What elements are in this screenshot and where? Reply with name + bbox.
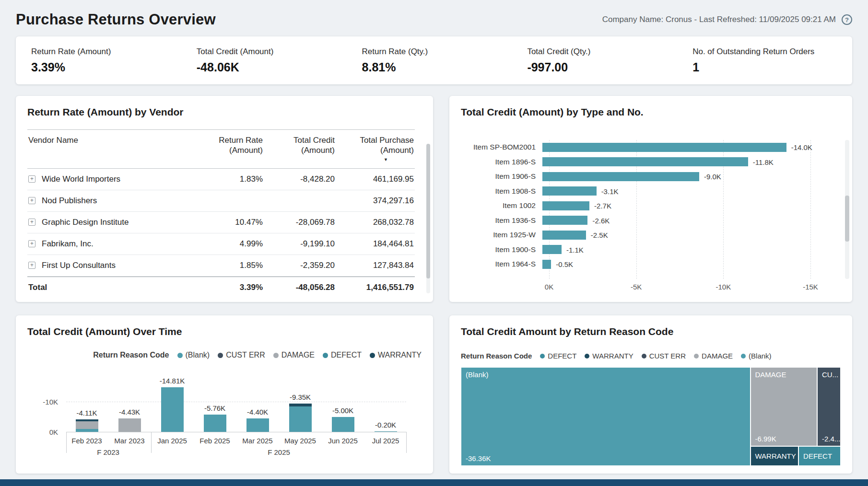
total-label: Total bbox=[28, 283, 47, 292]
table-row-first-up-consultants[interactable]: +First Up Consultants1.85%-2,359.20127,8… bbox=[27, 255, 415, 277]
column-segment-feb-2023-blank[interactable] bbox=[76, 429, 98, 432]
category-label: Item 1002 bbox=[461, 201, 542, 210]
treemap-node-warranty[interactable]: WARRANTY bbox=[751, 447, 798, 465]
column-segment-jul-2025-blank[interactable] bbox=[375, 431, 397, 432]
header-right: Company Name: Cronus - Last Refreshed: 1… bbox=[602, 14, 852, 25]
value-cell: 374,297.16 bbox=[336, 190, 415, 212]
credit-by-item-scrollbar[interactable] bbox=[845, 140, 849, 279]
kpi-tile-return-rate-amount[interactable]: Return Rate (Amount)3.39% bbox=[21, 47, 186, 74]
vendor-table-scrollbar[interactable] bbox=[426, 144, 430, 293]
kpi-tile-total-credit-qty[interactable]: Total Credit (Qty.)-997.00 bbox=[516, 47, 682, 74]
kpi-tile-no-of-outstanding-return-orders[interactable]: No. of Outstanding Return Orders1 bbox=[682, 47, 847, 74]
column-header-return-rate[interactable]: Return Rate(Amount) bbox=[199, 130, 264, 168]
kpi-tile-total-credit-amount[interactable]: Total Credit (Amount)-48.06K bbox=[186, 47, 352, 74]
bar-zone: -3.1K bbox=[542, 186, 838, 196]
column-segment-feb-2023-warranty[interactable] bbox=[76, 419, 98, 421]
x-axis-category-label: Feb 2023 bbox=[65, 437, 109, 445]
bar-zone: -11.8K bbox=[542, 157, 838, 166]
table-row-graphic-design-institute[interactable]: +Graphic Design Institute10.47%-28,069.7… bbox=[27, 212, 415, 233]
value-cell bbox=[199, 190, 264, 212]
value-cell: 10.47% bbox=[199, 212, 264, 233]
column-segment-jun-2025-blank[interactable] bbox=[332, 417, 354, 432]
table-header-row: Vendor NameReturn Rate(Amount)Total Cred… bbox=[27, 129, 415, 169]
expand-icon[interactable]: + bbox=[28, 197, 35, 204]
treemap-node-value: -2.4... bbox=[822, 435, 840, 443]
legend-item-warranty[interactable]: WARRANTY bbox=[585, 352, 633, 360]
expand-icon[interactable]: + bbox=[28, 262, 35, 269]
total-value-cell: 3.39% bbox=[199, 277, 264, 298]
bar-row-item-1936-s: Item 1936-S-2.6K bbox=[461, 213, 838, 228]
treemap-node-defect[interactable]: DEFECT bbox=[799, 447, 840, 465]
bar-item-1936-s[interactable] bbox=[542, 216, 587, 225]
bar-item-1964-s[interactable] bbox=[542, 260, 551, 269]
legend-item-defect[interactable]: DEFECT bbox=[540, 352, 576, 360]
credit-by-reason-treemap: (Blank)-36.36KDAMAGE-6.99KCU...-2.4...WA… bbox=[461, 367, 841, 466]
table-row-nod-publishers[interactable]: +Nod Publishers374,297.16 bbox=[27, 190, 415, 212]
column-total-label: -5.76K bbox=[193, 404, 236, 412]
expand-icon[interactable]: + bbox=[28, 240, 35, 247]
treemap-node-label: CU... bbox=[822, 370, 838, 379]
column-segment-may-2025-warranty[interactable] bbox=[289, 404, 312, 406]
bottom-nav-bar[interactable] bbox=[0, 479, 868, 486]
legend-label: DEFECT bbox=[548, 352, 576, 360]
treemap-node-damage[interactable]: DAMAGE-6.99K bbox=[751, 368, 817, 446]
bar-item-1896-s[interactable] bbox=[542, 157, 748, 166]
kpi-tile-return-rate-qty[interactable]: Return Rate (Qty.)8.81% bbox=[352, 47, 517, 74]
help-icon[interactable]: ? bbox=[842, 14, 852, 25]
kpi-label: Return Rate (Qty.) bbox=[362, 47, 517, 57]
value-cell: 184,464.81 bbox=[336, 233, 415, 255]
bar-item-1900-s[interactable] bbox=[542, 245, 562, 254]
bar-item-1908-s[interactable] bbox=[542, 186, 597, 196]
x-axis-group-label: F 2025 bbox=[250, 448, 308, 456]
vendor-table-card: Return Rate (Amount) by Vendor Vendor Na… bbox=[16, 96, 433, 302]
page-title: Purchase Returns Overview bbox=[16, 11, 216, 28]
treemap-node-blank[interactable]: (Blank)-36.36K bbox=[461, 368, 750, 465]
kpi-label: Return Rate (Amount) bbox=[31, 47, 186, 57]
bar-value-label: -2.5K bbox=[591, 231, 608, 239]
value-cell: 127,843.84 bbox=[336, 255, 415, 277]
x-axis-category-label: Jun 2025 bbox=[321, 437, 365, 445]
vendor-name: Wide World Importers bbox=[42, 174, 120, 184]
bar-row-item-1900-s: Item 1900-S-1.1K bbox=[461, 243, 838, 257]
table-row-wide-world-importers[interactable]: +Wide World Importers1.83%-8,428.20461,1… bbox=[27, 169, 415, 190]
table-total-row: Total3.39%-48,056.281,416,551.79 bbox=[27, 277, 415, 298]
kpi-value: 3.39% bbox=[31, 60, 186, 74]
column-segment-mar-2025-blank[interactable] bbox=[246, 418, 269, 432]
treemap-node-cu[interactable]: CU...-2.4... bbox=[818, 368, 840, 446]
bar-zone: -9.0K bbox=[542, 172, 838, 181]
column-segment-mar-2023-damage[interactable] bbox=[118, 418, 141, 432]
bar-zone: -14.0K bbox=[542, 143, 838, 152]
column-segment-feb-2023-damage[interactable] bbox=[76, 421, 98, 429]
visual-grid: Return Rate (Amount) by Vendor Vendor Na… bbox=[16, 96, 852, 474]
kpi-label: Total Credit (Qty.) bbox=[527, 47, 682, 57]
value-cell: 461,169.95 bbox=[336, 169, 415, 190]
table-row-fabrikam-inc[interactable]: +Fabrikam, Inc.4.99%-9,199.10184,464.81 bbox=[27, 233, 415, 255]
bar-item-1925-w[interactable] bbox=[542, 231, 586, 240]
vendor-cell: +Nod Publishers bbox=[27, 190, 199, 212]
bar-row-item-1925-w: Item 1925-W-2.5K bbox=[461, 228, 838, 243]
bar-row-item-1964-s: Item 1964-S-0.5K bbox=[461, 257, 838, 272]
treemap-node-label: DEFECT bbox=[803, 452, 832, 460]
bar-item-1906-s[interactable] bbox=[542, 172, 699, 181]
treemap-node-value: -36.36K bbox=[466, 454, 491, 463]
column-header-total-purchase[interactable]: Total Purchase(Amount)▼ bbox=[336, 130, 415, 168]
legend-item-cust-err[interactable]: CUST ERR bbox=[642, 352, 686, 360]
bar-item-1002[interactable] bbox=[542, 201, 589, 210]
column-segment-jan-2025-blank[interactable] bbox=[161, 387, 184, 432]
column-segment-feb-2025-blank[interactable] bbox=[204, 415, 226, 432]
scrollbar-thumb[interactable] bbox=[426, 144, 430, 278]
treemap-node-value: -6.99K bbox=[755, 435, 776, 443]
legend-item-blank[interactable]: (Blank) bbox=[741, 352, 772, 360]
bar-item-sp-bom2001[interactable] bbox=[542, 143, 786, 152]
expand-icon[interactable]: + bbox=[28, 175, 35, 183]
scrollbar-thumb[interactable] bbox=[845, 196, 849, 242]
credit-over-time-card: Total Credit (Amount) Over Time Return R… bbox=[16, 315, 433, 474]
category-label: Item 1936-S bbox=[461, 216, 542, 225]
column-header-total-credit[interactable]: Total Credit(Amount) bbox=[264, 130, 336, 168]
legend-dot bbox=[585, 354, 589, 359]
column-segment-may-2025-blank[interactable] bbox=[289, 406, 312, 432]
legend-item-damage[interactable]: DAMAGE bbox=[694, 352, 733, 360]
column-header-vendor-name[interactable]: Vendor Name bbox=[27, 130, 199, 168]
kpi-band: Return Rate (Amount)3.39%Total Credit (A… bbox=[16, 36, 852, 84]
expand-icon[interactable]: + bbox=[28, 219, 35, 226]
